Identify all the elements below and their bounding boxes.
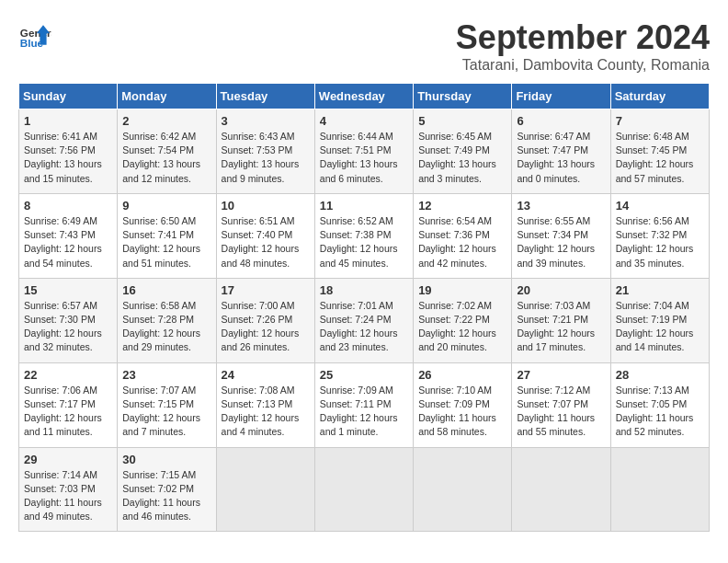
calendar-cell: 27Sunrise: 7:12 AM Sunset: 7:07 PM Dayli… (512, 362, 610, 447)
day-number: 26 (418, 368, 506, 382)
day-number: 21 (616, 283, 704, 297)
calendar-cell: 25Sunrise: 7:09 AM Sunset: 7:11 PM Dayli… (314, 362, 413, 447)
day-number: 22 (24, 368, 112, 382)
calendar-cell (314, 447, 413, 532)
day-number: 7 (616, 114, 704, 128)
day-number: 18 (320, 283, 408, 297)
day-number: 23 (122, 368, 210, 382)
col-header-thursday: Thursday (414, 84, 512, 109)
day-info: Sunrise: 7:15 AM Sunset: 7:02 PM Dayligh… (122, 468, 210, 524)
day-number: 19 (418, 283, 506, 297)
calendar-cell: 17Sunrise: 7:00 AM Sunset: 7:26 PM Dayli… (216, 278, 314, 362)
calendar-cell: 29Sunrise: 7:14 AM Sunset: 7:03 PM Dayli… (19, 447, 118, 532)
calendar-cell: 1Sunrise: 6:41 AM Sunset: 7:56 PM Daylig… (19, 109, 118, 194)
title-block: September 2024 Tatarani, Dambovita Count… (456, 18, 710, 74)
calendar-cell: 6Sunrise: 6:47 AM Sunset: 7:47 PM Daylig… (512, 109, 610, 194)
calendar-cell: 5Sunrise: 6:45 AM Sunset: 7:49 PM Daylig… (414, 109, 512, 194)
day-info: Sunrise: 7:12 AM Sunset: 7:07 PM Dayligh… (517, 384, 605, 440)
calendar-cell: 9Sunrise: 6:50 AM Sunset: 7:41 PM Daylig… (118, 193, 216, 278)
day-number: 12 (418, 199, 506, 213)
day-number: 25 (320, 368, 408, 382)
calendar-header-row: SundayMondayTuesdayWednesdayThursdayFrid… (19, 84, 710, 109)
day-info: Sunrise: 6:58 AM Sunset: 7:28 PM Dayligh… (122, 299, 210, 355)
day-info: Sunrise: 7:09 AM Sunset: 7:11 PM Dayligh… (320, 384, 408, 440)
day-number: 9 (122, 199, 210, 213)
day-info: Sunrise: 7:01 AM Sunset: 7:24 PM Dayligh… (320, 299, 408, 355)
calendar-cell: 18Sunrise: 7:01 AM Sunset: 7:24 PM Dayli… (314, 278, 413, 362)
calendar-cell: 2Sunrise: 6:42 AM Sunset: 7:54 PM Daylig… (118, 109, 216, 194)
day-info: Sunrise: 7:13 AM Sunset: 7:05 PM Dayligh… (616, 384, 704, 440)
day-number: 4 (320, 114, 408, 128)
day-info: Sunrise: 6:57 AM Sunset: 7:30 PM Dayligh… (24, 299, 112, 355)
day-info: Sunrise: 6:42 AM Sunset: 7:54 PM Dayligh… (122, 130, 210, 186)
day-number: 30 (122, 453, 210, 466)
day-info: Sunrise: 7:07 AM Sunset: 7:15 PM Dayligh… (122, 384, 210, 440)
day-number: 24 (222, 368, 310, 382)
day-info: Sunrise: 6:48 AM Sunset: 7:45 PM Dayligh… (616, 130, 704, 186)
calendar-cell: 7Sunrise: 6:48 AM Sunset: 7:45 PM Daylig… (610, 109, 709, 194)
day-number: 13 (517, 199, 605, 213)
logo-icon: General Blue (18, 18, 51, 52)
calendar-table: SundayMondayTuesdayWednesdayThursdayFrid… (18, 83, 710, 532)
calendar-cell: 13Sunrise: 6:55 AM Sunset: 7:34 PM Dayli… (512, 193, 610, 278)
day-number: 14 (616, 199, 704, 213)
day-info: Sunrise: 7:03 AM Sunset: 7:21 PM Dayligh… (517, 299, 605, 355)
page-header: General Blue September 2024 Tatarani, Da… (18, 18, 710, 74)
calendar-cell: 19Sunrise: 7:02 AM Sunset: 7:22 PM Dayli… (414, 278, 512, 362)
calendar-cell: 10Sunrise: 6:51 AM Sunset: 7:40 PM Dayli… (216, 193, 314, 278)
calendar-cell: 16Sunrise: 6:58 AM Sunset: 7:28 PM Dayli… (118, 278, 216, 362)
day-number: 29 (24, 453, 112, 466)
day-number: 8 (24, 199, 112, 213)
day-info: Sunrise: 7:06 AM Sunset: 7:17 PM Dayligh… (24, 384, 112, 440)
location-subtitle: Tatarani, Dambovita County, Romania (456, 57, 710, 74)
col-header-wednesday: Wednesday (314, 84, 413, 109)
calendar-week-5: 29Sunrise: 7:14 AM Sunset: 7:03 PM Dayli… (19, 447, 710, 532)
day-info: Sunrise: 6:44 AM Sunset: 7:51 PM Dayligh… (320, 130, 408, 186)
day-info: Sunrise: 6:43 AM Sunset: 7:53 PM Dayligh… (222, 130, 310, 186)
day-info: Sunrise: 6:52 AM Sunset: 7:38 PM Dayligh… (320, 214, 408, 270)
calendar-cell: 4Sunrise: 6:44 AM Sunset: 7:51 PM Daylig… (314, 109, 413, 194)
day-number: 28 (616, 368, 704, 382)
calendar-cell: 21Sunrise: 7:04 AM Sunset: 7:19 PM Dayli… (610, 278, 709, 362)
calendar-cell: 8Sunrise: 6:49 AM Sunset: 7:43 PM Daylig… (19, 193, 118, 278)
day-info: Sunrise: 7:02 AM Sunset: 7:22 PM Dayligh… (418, 299, 506, 355)
day-number: 3 (222, 114, 310, 128)
day-info: Sunrise: 6:54 AM Sunset: 7:36 PM Dayligh… (418, 214, 506, 270)
calendar-cell (610, 447, 709, 532)
calendar-cell: 22Sunrise: 7:06 AM Sunset: 7:17 PM Dayli… (19, 362, 118, 447)
calendar-week-2: 8Sunrise: 6:49 AM Sunset: 7:43 PM Daylig… (19, 193, 710, 278)
day-info: Sunrise: 6:51 AM Sunset: 7:40 PM Dayligh… (222, 214, 310, 270)
col-header-monday: Monday (118, 84, 216, 109)
calendar-cell: 11Sunrise: 6:52 AM Sunset: 7:38 PM Dayli… (314, 193, 413, 278)
calendar-week-3: 15Sunrise: 6:57 AM Sunset: 7:30 PM Dayli… (19, 278, 710, 362)
calendar-cell: 26Sunrise: 7:10 AM Sunset: 7:09 PM Dayli… (414, 362, 512, 447)
calendar-cell: 28Sunrise: 7:13 AM Sunset: 7:05 PM Dayli… (610, 362, 709, 447)
day-info: Sunrise: 7:04 AM Sunset: 7:19 PM Dayligh… (616, 299, 704, 355)
col-header-saturday: Saturday (610, 84, 709, 109)
calendar-week-1: 1Sunrise: 6:41 AM Sunset: 7:56 PM Daylig… (19, 109, 710, 194)
day-info: Sunrise: 7:00 AM Sunset: 7:26 PM Dayligh… (222, 299, 310, 355)
calendar-week-4: 22Sunrise: 7:06 AM Sunset: 7:17 PM Dayli… (19, 362, 710, 447)
calendar-cell: 15Sunrise: 6:57 AM Sunset: 7:30 PM Dayli… (19, 278, 118, 362)
day-number: 1 (24, 114, 112, 128)
logo: General Blue (18, 18, 51, 52)
day-number: 27 (517, 368, 605, 382)
day-number: 11 (320, 199, 408, 213)
col-header-sunday: Sunday (19, 84, 118, 109)
day-info: Sunrise: 6:50 AM Sunset: 7:41 PM Dayligh… (122, 214, 210, 270)
day-info: Sunrise: 6:55 AM Sunset: 7:34 PM Dayligh… (517, 214, 605, 270)
calendar-cell: 12Sunrise: 6:54 AM Sunset: 7:36 PM Dayli… (414, 193, 512, 278)
day-number: 5 (418, 114, 506, 128)
calendar-cell (414, 447, 512, 532)
col-header-friday: Friday (512, 84, 610, 109)
calendar-cell (216, 447, 314, 532)
day-number: 2 (122, 114, 210, 128)
day-number: 10 (222, 199, 310, 213)
calendar-cell: 3Sunrise: 6:43 AM Sunset: 7:53 PM Daylig… (216, 109, 314, 194)
day-number: 17 (222, 283, 310, 297)
day-number: 20 (517, 283, 605, 297)
day-info: Sunrise: 7:10 AM Sunset: 7:09 PM Dayligh… (418, 384, 506, 440)
day-info: Sunrise: 6:49 AM Sunset: 7:43 PM Dayligh… (24, 214, 112, 270)
calendar-cell: 20Sunrise: 7:03 AM Sunset: 7:21 PM Dayli… (512, 278, 610, 362)
day-number: 16 (122, 283, 210, 297)
